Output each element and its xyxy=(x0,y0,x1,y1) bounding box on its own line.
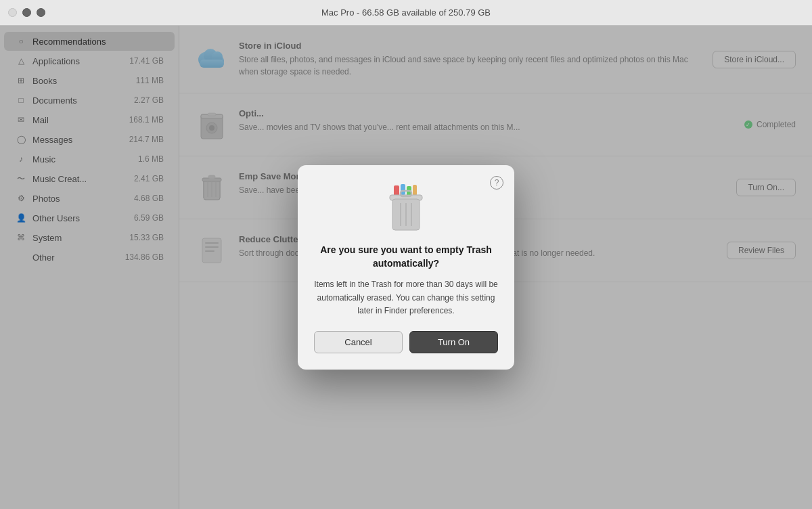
dialog-buttons: Cancel Turn On xyxy=(314,331,498,353)
cancel-button[interactable]: Cancel xyxy=(314,331,403,353)
svg-rect-24 xyxy=(413,185,417,196)
help-button[interactable]: ? xyxy=(490,176,503,190)
close-button[interactable] xyxy=(8,8,17,17)
dialog-body: Items left in the Trash for more than 30… xyxy=(314,278,498,317)
empty-trash-dialog: ? Are you sure you want to emp xyxy=(298,165,514,370)
title-bar: Mac Pro - 66.58 GB available of 250.79 G… xyxy=(0,0,812,26)
dialog-overlay: ? Are you sure you want to emp xyxy=(0,26,812,509)
window-title: Mac Pro - 66.58 GB available of 250.79 G… xyxy=(321,7,491,18)
maximize-button[interactable] xyxy=(37,8,45,17)
minimize-button[interactable] xyxy=(22,8,31,17)
dialog-title: Are you sure you want to empty Trash aut… xyxy=(314,244,498,270)
dialog-trash-icon xyxy=(384,184,428,233)
traffic-lights xyxy=(8,8,45,17)
turn-on-confirm-button[interactable]: Turn On xyxy=(409,331,498,353)
